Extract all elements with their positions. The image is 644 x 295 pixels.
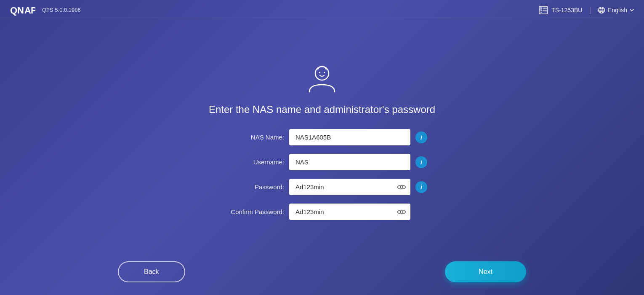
eye-icon-2 bbox=[397, 209, 406, 215]
form-container: NAS Name: i Username: i Password: bbox=[217, 129, 427, 220]
password-toggle-visibility-button[interactable] bbox=[397, 184, 406, 190]
password-input[interactable] bbox=[289, 179, 410, 195]
confirm-password-label: Confirm Password: bbox=[217, 208, 284, 215]
svg-point-19 bbox=[324, 72, 325, 73]
separator: | bbox=[589, 5, 591, 14]
svg-point-17 bbox=[315, 67, 329, 80]
nas-name-label: NAS Name: bbox=[217, 134, 284, 141]
language-label: English bbox=[608, 7, 627, 13]
page-title: Enter the NAS name and administrator's p… bbox=[209, 104, 435, 115]
password-label: Password: bbox=[217, 183, 284, 190]
username-info-button[interactable]: i bbox=[415, 156, 427, 168]
svg-point-20 bbox=[400, 186, 403, 188]
nas-name-info-button[interactable]: i bbox=[415, 131, 427, 143]
user-avatar-icon bbox=[305, 62, 339, 95]
eye-icon bbox=[397, 184, 406, 190]
confirm-password-toggle-visibility-button[interactable] bbox=[397, 209, 406, 215]
nas-name-input[interactable] bbox=[289, 129, 410, 145]
top-bar-right: TS-1253BU | English bbox=[539, 5, 634, 14]
svg-text:A: A bbox=[24, 5, 31, 16]
avatar-container bbox=[305, 62, 339, 97]
qnap-logo-svg: Q N A P bbox=[10, 4, 35, 16]
username-row: Username: i bbox=[217, 154, 427, 170]
confirm-password-input[interactable] bbox=[289, 204, 410, 220]
password-input-wrapper bbox=[289, 179, 410, 195]
nas-name-row: NAS Name: i bbox=[217, 129, 427, 145]
back-button[interactable]: Back bbox=[118, 261, 185, 282]
svg-text:P: P bbox=[31, 5, 35, 16]
version-label: QTS 5.0.0.1986 bbox=[42, 7, 81, 13]
top-bar: Q N A P QTS 5.0.0.1986 TS-1253BU | bbox=[0, 0, 644, 20]
brand-area: Q N A P QTS 5.0.0.1986 bbox=[10, 4, 81, 16]
password-row: Password: i bbox=[217, 179, 427, 195]
username-label: Username: bbox=[217, 158, 284, 166]
device-info: TS-1253BU bbox=[539, 6, 582, 14]
svg-point-18 bbox=[319, 72, 320, 73]
svg-rect-7 bbox=[540, 12, 542, 13]
svg-point-21 bbox=[400, 211, 403, 213]
nas-icon bbox=[539, 6, 548, 14]
device-name: TS-1253BU bbox=[551, 7, 582, 13]
svg-rect-6 bbox=[540, 10, 542, 11]
confirm-password-row: Confirm Password: bbox=[217, 204, 427, 220]
next-button[interactable]: Next bbox=[445, 261, 526, 282]
chevron-down-icon bbox=[630, 9, 634, 11]
info-icon-3: i bbox=[420, 184, 422, 190]
bottom-bar: Back Next bbox=[0, 261, 644, 295]
svg-rect-5 bbox=[540, 8, 542, 9]
language-selector[interactable]: English bbox=[598, 6, 634, 14]
info-icon-2: i bbox=[420, 159, 422, 166]
username-input-wrapper bbox=[289, 154, 410, 170]
password-info-button[interactable]: i bbox=[415, 181, 427, 193]
confirm-password-input-wrapper bbox=[289, 204, 410, 220]
svg-text:N: N bbox=[17, 5, 24, 16]
username-input[interactable] bbox=[289, 154, 410, 170]
nas-name-input-wrapper bbox=[289, 129, 410, 145]
info-icon: i bbox=[420, 134, 422, 141]
main-content: Enter the NAS name and administrator's p… bbox=[0, 20, 644, 261]
qnap-logo: Q N A P bbox=[10, 4, 35, 16]
globe-icon bbox=[598, 6, 605, 14]
svg-text:Q: Q bbox=[10, 5, 17, 16]
